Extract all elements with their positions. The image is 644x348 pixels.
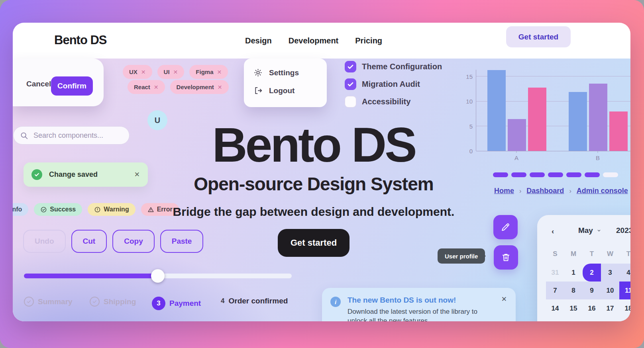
calendar-week-row: 1415161718 (546, 299, 630, 317)
cut-button[interactable]: Cut (71, 230, 107, 253)
progress-dash (585, 172, 600, 177)
slider-fill (24, 274, 158, 278)
calendar-month-select[interactable]: May (567, 226, 612, 235)
chart-bar-pink (609, 111, 628, 151)
step-order-confirmed[interactable]: 4Order confirmed (221, 297, 288, 305)
calendar-day[interactable]: 16 (583, 299, 601, 317)
checkbox-row[interactable]: Theme Configuration (345, 61, 442, 72)
calendar-day-selected[interactable]: 11 (619, 282, 630, 299)
menu-item-settings[interactable]: Settings (244, 64, 327, 82)
slider-track[interactable] (24, 274, 292, 278)
calendar-day[interactable]: 7 (546, 282, 564, 299)
step-shipping[interactable]: Shipping (90, 297, 136, 307)
checkbox-row[interactable]: Accessibility (345, 96, 442, 108)
nav-link-design[interactable]: Design (245, 36, 272, 45)
remove-tag-icon[interactable]: ✕ (217, 69, 222, 75)
remove-tag-icon[interactable]: ✕ (173, 69, 178, 75)
progress-dashes (493, 172, 618, 177)
tag-pill[interactable]: Figma✕ (189, 65, 228, 79)
step-payment[interactable]: 3Payment (152, 297, 201, 310)
tooltip: User profile (438, 248, 485, 264)
calendar-day[interactable]: 31 (546, 264, 564, 282)
menu-item-logout[interactable]: Logout (244, 82, 327, 100)
remove-tag-icon[interactable]: ✕ (154, 84, 159, 90)
x-axis-tick (597, 151, 598, 153)
step-summary[interactable]: Summary (24, 297, 73, 307)
nav-link-pricing[interactable]: Pricing (355, 36, 382, 45)
search-input[interactable] (33, 131, 123, 140)
calendar-day[interactable]: 15 (564, 299, 583, 317)
breadcrumb-link-admin-console[interactable]: Admin console (577, 187, 628, 195)
badge-label: Warning (104, 206, 129, 213)
menu-item-label: Logout (269, 86, 295, 95)
confirm-button[interactable]: Confirm (51, 76, 93, 96)
tag-pill[interactable]: Development✕ (170, 80, 229, 94)
progress-dash (566, 172, 581, 177)
gear-icon (253, 68, 263, 77)
status-badge-warning: Warning (88, 203, 135, 216)
tag-label: Development (177, 84, 214, 90)
nav-get-started-button[interactable]: Get started (506, 26, 571, 47)
progress-dash (530, 172, 545, 177)
chart-bar-purple (589, 84, 607, 151)
calendar-day-header: M (564, 250, 583, 258)
avatar[interactable]: U (147, 110, 167, 130)
triangle-warning-icon (147, 206, 154, 213)
breadcrumb-link-home[interactable]: Home (494, 187, 514, 195)
calendar-day[interactable]: 3 (601, 264, 619, 282)
close-icon[interactable]: ✕ (134, 170, 140, 179)
calendar-day[interactable]: 9 (583, 282, 601, 299)
calendar-prev-icon[interactable]: ‹ (552, 227, 554, 236)
badge-label: Success (50, 206, 76, 213)
trash-icon (501, 252, 511, 262)
delete-button[interactable] (494, 245, 518, 270)
check-circle-icon (31, 169, 42, 180)
tag-pill[interactable]: React✕ (128, 80, 165, 94)
page-background: Bento DS DesignDevelopmentPricing Get st… (0, 0, 644, 348)
edit-button[interactable] (493, 215, 518, 239)
slider-thumb[interactable] (151, 269, 165, 283)
calendar-day[interactable]: 10 (601, 282, 619, 299)
checkbox-label: Migration Audit (362, 80, 420, 89)
copy-button[interactable]: Copy (112, 230, 155, 253)
success-toast: Change saved ✕ (24, 162, 148, 187)
calendar-day[interactable]: 17 (601, 299, 619, 317)
pencil-icon (501, 222, 510, 232)
close-icon[interactable]: ✕ (501, 295, 507, 303)
hero-get-started-button[interactable]: Get started (278, 229, 349, 257)
checkbox-row[interactable]: Migration Audit (345, 78, 442, 90)
x-axis-tick (516, 151, 516, 153)
calendar-day[interactable]: 8 (564, 282, 583, 299)
calendar-day[interactable]: 4 (619, 264, 630, 282)
tag-pill[interactable]: UI✕ (157, 65, 185, 79)
status-badges: InfoSuccessWarningError (13, 203, 179, 216)
remove-tag-icon[interactable]: ✕ (141, 69, 146, 75)
cancel-button[interactable]: Cancel (26, 80, 51, 88)
checkbox-checked[interactable] (345, 78, 356, 90)
step-label: Payment (169, 299, 201, 308)
breadcrumb-link-dashboard[interactable]: Dashboard (526, 187, 564, 195)
tag-label: React (134, 84, 150, 90)
circle-exclaim-icon (94, 206, 101, 213)
chart-bar-pink (528, 88, 546, 151)
calendar-day[interactable]: 18 (619, 299, 630, 317)
brand-logo[interactable]: Bento DS (54, 33, 107, 47)
breadcrumb-separator: › (519, 188, 521, 195)
calendar-day[interactable]: 1 (564, 264, 583, 282)
calendar-day-headers: SMTWT (546, 250, 630, 258)
status-badge-info: Info (13, 203, 28, 216)
nav-link-development[interactable]: Development (289, 36, 339, 45)
circle-check-icon (40, 206, 47, 213)
checkbox-checked[interactable] (345, 61, 356, 72)
calendar-day-selected[interactable]: 2 (583, 264, 601, 282)
tag-pill[interactable]: UX✕ (123, 65, 152, 79)
checkbox-label: Theme Configuration (362, 62, 442, 71)
remove-tag-icon[interactable]: ✕ (218, 84, 222, 90)
calendar: ‹ May 2023 SMTWT 31123478910111415161718 (537, 215, 630, 321)
breadcrumb-separator: › (569, 188, 571, 195)
step-number: 3 (152, 297, 165, 310)
checkbox-unchecked[interactable] (345, 96, 356, 108)
search-icon (20, 131, 28, 140)
x-axis-tick-label: A (514, 154, 518, 161)
calendar-day[interactable]: 14 (546, 299, 564, 317)
